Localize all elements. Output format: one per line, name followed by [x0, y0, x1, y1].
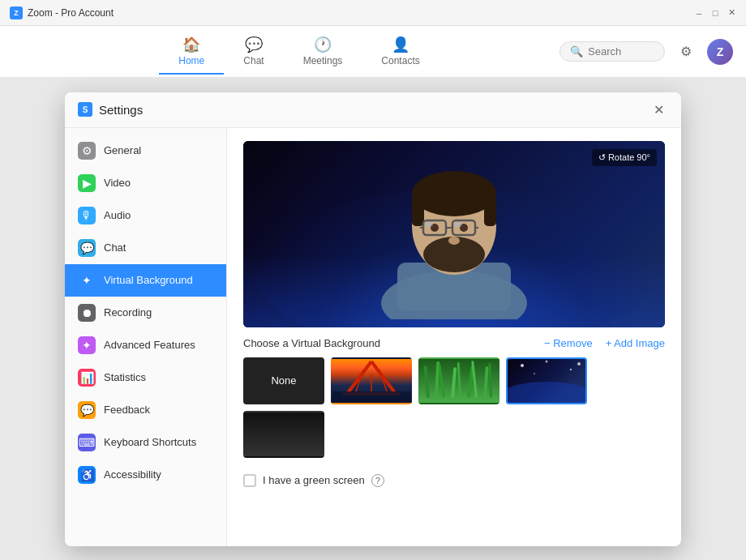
rotate-button[interactable]: ↺ Rotate 90° [592, 149, 657, 166]
svg-rect-32 [483, 365, 489, 397]
green-screen-help-icon[interactable]: ? [371, 474, 384, 487]
sidebar-item-advanced-features[interactable]: ✦ Advanced Features [65, 329, 226, 361]
virtual-background-icon: ✦ [78, 271, 96, 289]
tab-meetings[interactable]: 🕐 Meetings [284, 29, 362, 75]
close-button[interactable]: ✕ [727, 8, 736, 18]
app-title: Zoom - Pro Account [28, 7, 114, 19]
background-grid: None [243, 357, 665, 458]
sidebar-item-chat[interactable]: 💬 Chat [65, 232, 226, 264]
content-area: ↺ Rotate 90° Choose a Virtual Background… [227, 128, 681, 546]
svg-rect-24 [331, 391, 412, 404]
home-icon: 🏠 [182, 36, 200, 53]
settings-modal-icon: S [78, 102, 92, 117]
sidebar-item-keyboard-shortcuts[interactable]: ⌨ Keyboard Shortcuts [65, 426, 226, 459]
sidebar-label-feedback: Feedback [104, 404, 150, 416]
main-content: S Settings ✕ ⚙ General [0, 78, 746, 560]
feedback-icon: 💬 [78, 401, 96, 419]
sidebar-item-feedback[interactable]: 💬 Feedback [65, 394, 226, 426]
minimize-button[interactable]: – [694, 8, 704, 18]
app-logo: Z [10, 6, 23, 19]
sidebar-item-audio[interactable]: 🎙 Audio [65, 199, 226, 232]
settings-sidebar: ⚙ General ▶ Video 🎙 Audio 💬 [65, 128, 227, 546]
sidebar-label-keyboard-shortcuts: Keyboard Shortcuts [104, 436, 196, 448]
tab-contacts[interactable]: 👤 Contacts [362, 29, 439, 75]
sidebar-label-chat: Chat [104, 242, 126, 254]
audio-icon: 🎙 [78, 207, 96, 224]
sidebar-label-accessibility: Accessibility [104, 468, 161, 481]
maximize-button[interactable]: □ [710, 8, 720, 18]
modal-close-button[interactable]: ✕ [649, 100, 668, 119]
bg-thumb-none[interactable]: None [243, 357, 324, 404]
search-input[interactable] [588, 45, 653, 58]
nature-svg [418, 357, 499, 404]
svg-rect-27 [438, 364, 445, 398]
titlebar-left: Z Zoom - Pro Account [10, 6, 114, 19]
svg-rect-16 [425, 222, 433, 227]
accessibility-icon: ♿ [78, 466, 96, 484]
chat-sidebar-icon: 💬 [78, 239, 96, 257]
sidebar-item-statistics[interactable]: 📊 Statistics [65, 361, 226, 394]
green-screen-row: I have a green screen ? [243, 468, 665, 494]
nav-right: 🔍 ⚙ Z [560, 39, 733, 65]
choose-background-section: Choose a Virtual Background − Remove + A… [243, 337, 665, 458]
modal-title: Settings [99, 103, 143, 117]
modal-header: S Settings ✕ [65, 92, 681, 128]
green-screen-checkbox[interactable] [243, 474, 256, 487]
remove-background-button[interactable]: − Remove [544, 337, 593, 349]
bg-thumb-dark[interactable] [243, 411, 324, 458]
svg-rect-28 [451, 366, 457, 397]
sidebar-label-recording: Recording [104, 306, 152, 318]
svg-point-39 [506, 382, 587, 404]
sidebar-item-video[interactable]: ▶ Video [65, 167, 226, 199]
titlebar-controls: – □ ✕ [694, 8, 736, 18]
advanced-features-icon: ✦ [78, 336, 96, 354]
tab-chat[interactable]: 💬 Chat [224, 29, 283, 75]
sidebar-label-video: Video [104, 177, 131, 189]
svg-rect-33 [488, 362, 491, 397]
svg-rect-25 [424, 365, 430, 397]
choose-header: Choose a Virtual Background − Remove + A… [243, 337, 665, 349]
meetings-icon: 🕐 [314, 36, 332, 53]
video-preview: ↺ Rotate 90° [243, 141, 665, 327]
svg-rect-17 [454, 222, 462, 227]
choose-actions: − Remove + Add Image [544, 337, 665, 349]
choose-title: Choose a Virtual Background [243, 337, 380, 349]
svg-point-36 [570, 369, 572, 370]
chat-icon: 💬 [245, 36, 263, 53]
avatar[interactable]: Z [707, 39, 733, 65]
topnav: 🏠 Home 💬 Chat 🕐 Meetings 👤 Contacts 🔍 ⚙ [0, 26, 746, 78]
svg-point-34 [521, 364, 524, 367]
add-image-button[interactable]: + Add Image [606, 337, 665, 349]
modal-overlay: S Settings ✕ ⚙ General [0, 78, 746, 560]
space-thumb-svg [506, 357, 587, 404]
svg-rect-29 [457, 361, 461, 397]
bg-thumb-space[interactable] [506, 357, 587, 404]
modal-title-area: S Settings [78, 102, 143, 117]
sidebar-label-statistics: Statistics [104, 371, 146, 383]
recording-icon: ⏺ [78, 304, 96, 322]
sidebar-item-general[interactable]: ⚙ General [65, 135, 226, 167]
svg-point-35 [546, 360, 548, 362]
sidebar-item-recording[interactable]: ⏺ Recording [65, 297, 226, 329]
settings-modal: S Settings ✕ ⚙ General [65, 92, 681, 546]
tab-home[interactable]: 🏠 Home [159, 29, 224, 75]
tab-home-label: Home [178, 55, 204, 66]
tab-chat-label: Chat [243, 55, 264, 66]
topnav-settings-icon[interactable]: ⚙ [673, 39, 699, 65]
search-box[interactable]: 🔍 [560, 41, 665, 62]
bg-thumb-bridge[interactable] [331, 357, 412, 404]
search-icon: 🔍 [570, 45, 583, 58]
video-icon: ▶ [78, 174, 96, 192]
person-silhouette [332, 149, 576, 319]
bridge-svg [331, 357, 412, 404]
general-icon: ⚙ [78, 142, 96, 160]
titlebar: Z Zoom - Pro Account – □ ✕ [0, 0, 746, 26]
contacts-icon: 👤 [392, 36, 409, 53]
bg-none-label: None [271, 374, 296, 387]
modal-body: ⚙ General ▶ Video 🎙 Audio 💬 [65, 128, 681, 546]
sidebar-item-virtual-background[interactable]: ✦ Virtual Background [65, 264, 226, 297]
green-screen-label: I have a green screen [263, 474, 365, 486]
sidebar-item-accessibility[interactable]: ♿ Accessibility [65, 459, 226, 491]
bg-thumb-nature[interactable] [418, 357, 499, 404]
sidebar-label-audio: Audio [104, 209, 131, 221]
